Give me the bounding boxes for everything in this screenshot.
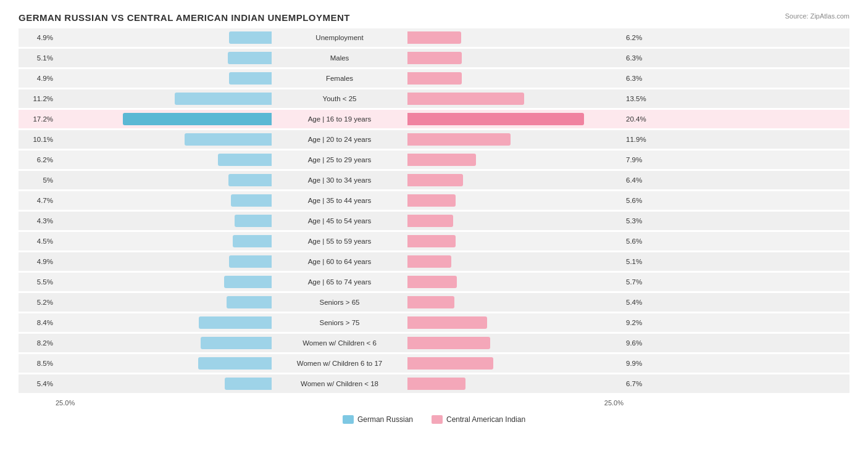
right-bar-wrap xyxy=(407,133,624,146)
left-bar-wrap xyxy=(56,337,272,349)
right-value: 6.3% xyxy=(624,75,661,82)
right-bar-wrap xyxy=(407,113,624,125)
bar-row: 5.2% Seniors > 65 5.4% xyxy=(19,293,849,312)
row-label: Age | 30 to 34 years xyxy=(272,176,407,184)
right-bar xyxy=(407,113,584,125)
row-label: Unemployment xyxy=(272,34,407,41)
right-bar xyxy=(407,93,524,105)
left-bar-wrap xyxy=(56,52,272,64)
left-bar-wrap xyxy=(56,93,272,105)
left-bar xyxy=(198,357,272,370)
left-value: 5.1% xyxy=(19,54,56,62)
right-bar-wrap xyxy=(407,72,624,85)
left-bar xyxy=(185,133,272,146)
right-bar xyxy=(407,316,487,329)
row-label: Women w/ Children 6 to 17 xyxy=(272,360,407,367)
legend-label-pink: Central American Indian xyxy=(446,415,525,424)
right-bar xyxy=(407,337,490,349)
left-value: 4.7% xyxy=(19,197,56,204)
left-bar xyxy=(218,154,272,166)
right-bar-wrap xyxy=(407,174,624,186)
left-value: 8.5% xyxy=(19,360,56,367)
left-bar xyxy=(228,52,272,64)
left-bar xyxy=(228,174,272,186)
left-bar-wrap xyxy=(56,276,272,288)
right-value: 13.5% xyxy=(624,95,661,102)
bar-row: 4.9% Age | 60 to 64 years 5.1% xyxy=(19,252,849,271)
right-bar-wrap xyxy=(407,255,624,268)
bar-row: 4.5% Age | 55 to 59 years 5.6% xyxy=(19,232,849,250)
row-label: Males xyxy=(272,54,407,62)
left-bar-wrap xyxy=(56,72,272,85)
right-value: 5.1% xyxy=(624,258,661,265)
left-value: 8.4% xyxy=(19,319,56,326)
row-label: Seniors > 75 xyxy=(272,319,407,326)
right-bar-wrap xyxy=(407,194,624,207)
legend: German Russian Central American Indian xyxy=(19,415,849,424)
left-value: 11.2% xyxy=(19,95,56,102)
left-bar xyxy=(231,194,272,207)
right-bar-wrap xyxy=(407,52,624,64)
left-value: 5.5% xyxy=(19,278,56,286)
bar-row: 4.3% Age | 45 to 54 years 5.3% xyxy=(19,212,849,230)
left-value: 4.9% xyxy=(19,258,56,265)
bar-row: 8.2% Women w/ Children < 6 9.6% xyxy=(19,334,849,352)
right-bar xyxy=(407,52,462,64)
right-value: 11.9% xyxy=(624,136,661,143)
right-bar-wrap xyxy=(407,378,624,390)
left-bar xyxy=(229,72,272,85)
left-bar-wrap xyxy=(56,194,272,207)
left-bar xyxy=(225,378,272,390)
legend-item-blue: German Russian xyxy=(343,415,413,424)
right-bar-wrap xyxy=(407,235,624,247)
row-label: Age | 25 to 29 years xyxy=(272,156,407,163)
left-value: 6.2% xyxy=(19,156,56,163)
bar-row: 10.1% Age | 20 to 24 years 11.9% xyxy=(19,130,849,149)
row-label: Age | 35 to 44 years xyxy=(272,197,407,204)
right-bar xyxy=(407,357,493,370)
row-label: Women w/ Children < 18 xyxy=(272,380,407,387)
right-value: 5.6% xyxy=(624,197,661,204)
right-value: 7.9% xyxy=(624,156,661,163)
bar-row: 11.2% Youth < 25 13.5% xyxy=(19,89,849,108)
row-label: Age | 45 to 54 years xyxy=(272,217,407,225)
left-bar xyxy=(229,255,272,268)
left-bar xyxy=(229,31,272,44)
row-label: Seniors > 65 xyxy=(272,299,407,306)
left-bar-wrap xyxy=(56,296,272,308)
bar-row: 17.2% Age | 16 to 19 years 20.4% xyxy=(19,110,849,128)
right-bar-wrap xyxy=(407,276,624,288)
left-bar xyxy=(201,337,272,349)
right-bar xyxy=(407,235,456,247)
right-value: 5.7% xyxy=(624,278,661,286)
right-bar-wrap xyxy=(407,154,624,166)
bar-row: 6.2% Age | 25 to 29 years 7.9% xyxy=(19,151,849,169)
axis-bar-right: 25.0% xyxy=(407,399,624,407)
chart-container: GERMAN RUSSIAN VS CENTRAL AMERICAN INDIA… xyxy=(0,0,868,442)
right-value: 9.9% xyxy=(624,360,661,367)
legend-box-pink xyxy=(432,415,443,424)
right-bar xyxy=(407,215,453,227)
row-label: Females xyxy=(272,75,407,82)
left-bar xyxy=(235,215,272,227)
right-bar-wrap xyxy=(407,316,624,329)
right-bar xyxy=(407,133,511,146)
legend-item-pink: Central American Indian xyxy=(432,415,525,424)
right-value: 9.6% xyxy=(624,339,661,347)
left-value: 5% xyxy=(19,176,56,184)
left-bar-wrap xyxy=(56,174,272,186)
axis-row: 25.0% 25.0% xyxy=(19,399,849,407)
chart-source: Source: ZipAtlas.com xyxy=(785,12,849,20)
left-bar-wrap xyxy=(56,255,272,268)
right-bar-wrap xyxy=(407,31,624,44)
right-bar xyxy=(407,296,454,308)
axis-right-value: 25.0% xyxy=(604,399,624,407)
row-label: Women w/ Children < 6 xyxy=(272,339,407,347)
left-bar xyxy=(175,93,272,105)
right-bar xyxy=(407,194,456,207)
bar-row: 8.4% Seniors > 75 9.2% xyxy=(19,313,849,332)
right-bar-wrap xyxy=(407,296,624,308)
left-value: 4.9% xyxy=(19,34,56,41)
left-bar xyxy=(224,276,272,288)
left-value: 8.2% xyxy=(19,339,56,347)
